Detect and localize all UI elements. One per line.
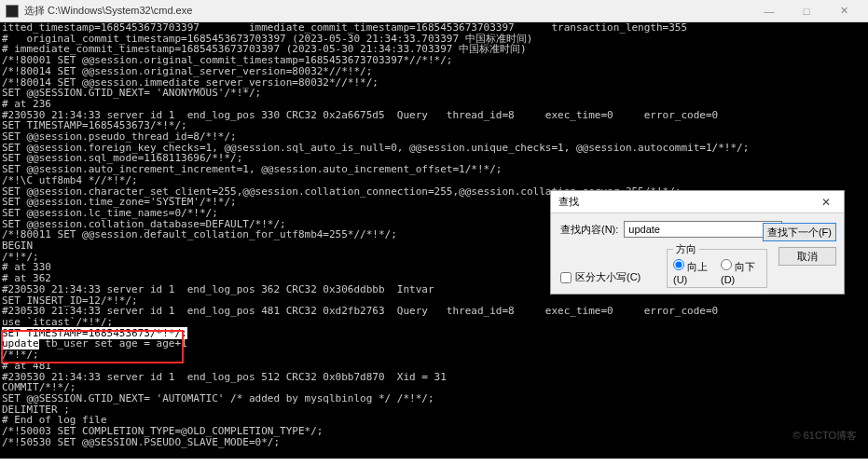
titlebar: 选择 C:\Windows\System32\cmd.exe — □ ✕: [0, 0, 868, 22]
direction-legend: 方向: [673, 242, 699, 256]
cancel-button[interactable]: 取消: [778, 247, 836, 266]
find-dialog-titlebar: 查找 ✕: [551, 191, 844, 213]
maximize-button[interactable]: □: [788, 1, 825, 21]
watermark: © 61CTO博客: [793, 431, 857, 442]
match-case-label: 区分大小写(C): [575, 270, 641, 284]
find-content-label: 查找内容(N):: [560, 223, 618, 237]
close-button[interactable]: ✕: [825, 1, 862, 21]
highlight-line-2-rest: tb_user set age = age+1: [39, 337, 187, 350]
direction-down-option[interactable]: 向下(D): [721, 259, 761, 285]
find-dialog-body: 查找内容(N): 查找下一个(F) 取消 区分大小写(C) 方向 向上(U) 向…: [551, 213, 844, 294]
find-next-button[interactable]: 查找下一个(F): [763, 223, 836, 241]
direction-up-option[interactable]: 向上(U): [673, 259, 713, 285]
find-dialog: 查找 ✕ 查找内容(N): 查找下一个(F) 取消 区分大小写(C) 方向 向上…: [550, 190, 845, 295]
direction-up-radio[interactable]: [673, 259, 684, 270]
find-input[interactable]: [624, 221, 782, 238]
window-buttons: — □ ✕: [751, 1, 862, 21]
direction-group: 方向 向上(U) 向下(D): [667, 249, 767, 288]
bottom-strip: [0, 459, 868, 466]
minimize-button[interactable]: —: [751, 1, 788, 21]
direction-down-radio[interactable]: [721, 259, 732, 270]
match-case-checkbox[interactable]: [560, 272, 572, 283]
find-close-button[interactable]: ✕: [816, 194, 836, 211]
window-title: 选择 C:\Windows\System32\cmd.exe: [24, 4, 192, 18]
cmd-icon: [6, 5, 19, 18]
find-dialog-title: 查找: [558, 195, 579, 209]
